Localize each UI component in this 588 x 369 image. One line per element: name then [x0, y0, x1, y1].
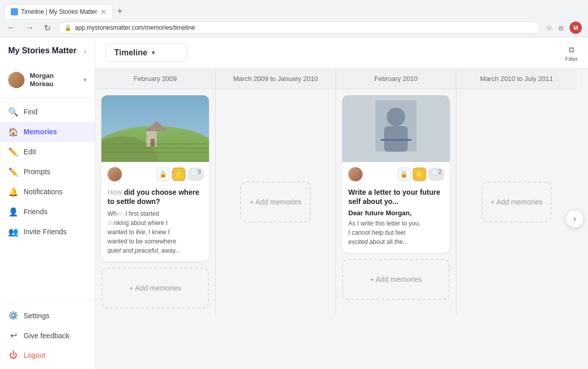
view-selector[interactable]: Timeline ▾ [106, 44, 187, 62]
card-avatar-1 [107, 166, 123, 182]
user-name-line2: Moreau [30, 80, 78, 88]
sidebar-item-feedback[interactable]: ↩ Give feedback [0, 325, 95, 345]
sidebar-label-invite: Invite Friends [24, 228, 87, 236]
filter-button[interactable]: ⧈ Filter [565, 44, 578, 62]
col-date-range-mar2010: March 2010 to July 2011 [480, 75, 553, 83]
find-icon: 🔍 [8, 107, 18, 117]
browser-chrome: Timeline | My Stories Matter ✕ + ← → ↻ 🔒… [0, 0, 588, 37]
invite-icon: 👥 [8, 227, 18, 237]
sidebar-logo-area: ‹ My Stories Matter [0, 37, 95, 63]
profile-avatar: M [570, 22, 582, 34]
card-lock-button-1[interactable]: 🔒 [157, 168, 170, 181]
col-header-feb2009: February 2009 [95, 69, 215, 89]
card-image-portrait [342, 95, 450, 162]
sidebar-item-edit[interactable]: ✏️ Edit [0, 142, 95, 162]
sidebar-divider [0, 97, 95, 98]
sidebar-label-notifications: Notifications [24, 188, 87, 196]
view-selector-label: Timeline [114, 48, 148, 57]
col-header-mar2009: March 2009 to January 2010 [216, 69, 335, 89]
card-preview-name-2: Dear future Morgan, [348, 209, 444, 217]
col-header-mar2010: March 2010 to July 2011 [456, 69, 577, 89]
tab-bar: Timeline | My Stories Matter ✕ + [0, 0, 588, 18]
timeline-col-mar2009: March 2009 to January 2010 + Add memorie… [216, 69, 336, 315]
col-body-mar2009: + Add memories [216, 89, 335, 315]
feedback-icon: ↩ [8, 331, 18, 340]
edit-icon: ✏️ [8, 147, 18, 157]
col-date-range-feb2009: February 2009 [134, 75, 177, 83]
browser-actions: ☆ ⧈ M [544, 20, 584, 35]
sidebar-user-item[interactable]: Morgan Moreau ▾ [0, 67, 95, 93]
logout-icon: ⏻ [8, 351, 18, 360]
back-button[interactable]: ← [4, 22, 18, 33]
sidebar-label-edit: Edit [24, 148, 87, 156]
card-title-prefix: How [108, 188, 124, 196]
card-actions-1: 🔒 ⭐ 📄3 [157, 168, 204, 181]
url-lock-icon: 🔒 [65, 25, 72, 31]
card-star-button-2[interactable]: ⭐ [413, 168, 426, 181]
sidebar-label-prompts: Prompts [24, 168, 87, 176]
card-preview-2: As I write this letter to you, I cannot … [348, 219, 444, 247]
col-date-range-mar2009: March 2009 to January 2010 [233, 75, 318, 83]
new-tab-button[interactable]: + [113, 6, 127, 17]
sidebar-item-friends[interactable]: 👤 Friends [0, 202, 95, 222]
extensions-button[interactable]: ⧈ [557, 20, 565, 35]
timeline-next-button[interactable]: › [565, 210, 584, 228]
sidebar-item-prompts[interactable]: ✏️ Prompts [0, 162, 95, 182]
card-actions-2: 🔒 ⭐ 📄2 [397, 168, 445, 181]
portrait-svg [342, 95, 450, 162]
card-body-2: Write a letter to your future self about… [342, 182, 450, 253]
add-memories-mar2009[interactable]: + Add memories [240, 181, 311, 222]
reload-button[interactable]: ↻ [41, 22, 54, 34]
app-logo-text: My Stories Matter [8, 46, 87, 56]
card-avatar-2 [347, 166, 364, 182]
card-count-1: 📄3 [187, 168, 204, 181]
prompts-icon: ✏️ [8, 167, 18, 177]
sidebar-label-memories: Memories [24, 128, 87, 136]
sidebar-item-settings[interactable]: ⚙️ Settings [0, 305, 95, 325]
memory-card-2: 🔒 ⭐ 📄2 Write a letter to your future sel… [342, 95, 450, 253]
url-text: app.mystoriesmatter.com/memories/timelin… [75, 24, 195, 31]
sidebar-label-friends: Friends [24, 208, 87, 216]
card-star-button-1[interactable]: ⭐ [172, 168, 185, 181]
timeline-col-feb2009: February 2009 [95, 69, 216, 315]
profile-button[interactable]: M [568, 20, 584, 35]
active-tab[interactable]: Timeline | My Stories Matter ✕ [4, 4, 113, 18]
bookmark-star-button[interactable]: ☆ [544, 20, 555, 35]
sidebar-item-logout[interactable]: ⏻ Logout [0, 345, 95, 365]
sidebar-label-logout: Logout [24, 351, 87, 359]
svg-point-11 [387, 108, 405, 126]
card-meta-1: 🔒 ⭐ 📄3 [101, 162, 209, 182]
add-memories-label-0b: + Add memories [129, 284, 181, 292]
tab-title: Timeline | My Stories Matter [21, 8, 97, 15]
add-memories-feb2010-bottom[interactable]: + Add memories [342, 259, 450, 300]
app: ‹ My Stories Matter Morgan Moreau ▾ 🔍 Fi… [0, 37, 588, 369]
col-body-mar2010: + Add memories [456, 89, 577, 315]
notifications-icon: 🔔 [8, 187, 18, 197]
settings-icon: ⚙️ [8, 311, 18, 320]
sidebar-item-memories[interactable]: 🏠 Memories [0, 122, 95, 142]
sidebar-collapse-button[interactable]: ‹ [84, 47, 87, 56]
card-image-landscape [101, 95, 209, 162]
svg-rect-5 [151, 139, 155, 147]
user-info: Morgan Moreau [30, 72, 78, 88]
sidebar-label-feedback: Give feedback [24, 332, 87, 340]
card-count-2: 📄2 [428, 168, 445, 181]
card-title-1: How did you choose where to settle down? [108, 188, 203, 206]
timeline-col-mar2010: March 2010 to July 2011 + Add memories [456, 69, 577, 315]
add-memories-feb2009-bottom[interactable]: + Add memories [101, 268, 209, 309]
add-memories-mar2010[interactable]: + Add memories [481, 181, 552, 222]
view-selector-chevron-icon: ▾ [152, 49, 155, 56]
sidebar-item-find[interactable]: 🔍 Find [0, 102, 95, 122]
card-lock-button-2[interactable]: 🔒 [397, 168, 411, 181]
url-input[interactable]: 🔒 app.mystoriesmatter.com/memories/timel… [58, 22, 540, 34]
sidebar-item-notifications[interactable]: 🔔 Notifications [0, 182, 95, 202]
sidebar-item-invite-friends[interactable]: 👥 Invite Friends [0, 222, 95, 242]
tab-close-button[interactable]: ✕ [100, 8, 107, 16]
col-header-feb2010: February 2010 [336, 69, 456, 89]
card-title-2: Write a letter to your future self about… [348, 188, 444, 206]
forward-button[interactable]: → [23, 22, 37, 33]
card-body-1: How did you choose where to settle down?… [101, 182, 209, 261]
sidebar-label-settings: Settings [24, 312, 87, 320]
card-meta-2: 🔒 ⭐ 📄2 [342, 162, 450, 182]
main-content: Timeline ▾ ⧈ Filter February 2009 [95, 37, 588, 369]
